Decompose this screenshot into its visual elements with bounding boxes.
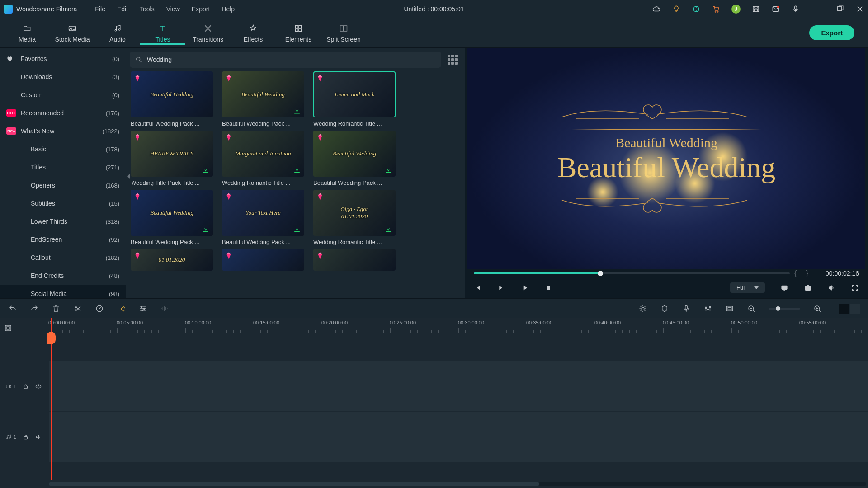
keyframe-button[interactable]	[725, 304, 734, 313]
title-thumbnail[interactable]	[313, 249, 396, 271]
title-card[interactable]: Beautiful WeddingBeautiful Wedding Pack …	[131, 71, 213, 127]
mute-icon[interactable]	[35, 434, 42, 440]
search-input[interactable]	[147, 56, 436, 63]
delete-button[interactable]	[52, 304, 61, 313]
tab-stock-media[interactable]: Stock Media	[50, 21, 95, 45]
stop-button[interactable]	[544, 284, 552, 292]
sidebar-item-what-s-new[interactable]: NewWhat's New(1822)	[0, 122, 126, 140]
preview-scrubber[interactable]: { } 00:00:02:16	[467, 269, 865, 277]
title-card[interactable]: 01.01.2020	[131, 249, 213, 271]
timeline-ruler[interactable]: 00:00:00:0000:05:00:0000:10:00:0000:15:0…	[49, 318, 868, 333]
sidebar-item-subtitles[interactable]: Subtitles(15)	[0, 194, 126, 212]
cart-icon[interactable]	[712, 5, 721, 14]
title-thumbnail[interactable]: Olga · Egor01.01.2020	[313, 190, 396, 236]
record-icon[interactable]	[791, 5, 800, 14]
redo-button[interactable]	[30, 304, 39, 313]
cloud-icon[interactable]	[652, 5, 661, 14]
title-thumbnail[interactable]: Margaret and Jonathan	[222, 131, 304, 177]
title-thumbnail[interactable]: 01.01.2020	[131, 249, 213, 271]
tab-effects[interactable]: Effects	[231, 21, 276, 45]
grid-view-toggle[interactable]	[448, 55, 458, 65]
title-card[interactable]: Margaret and JonathanWedding Romantic Ti…	[222, 131, 304, 186]
title-thumbnail[interactable]: Emma and Mark	[313, 71, 396, 117]
tab-split-screen[interactable]: Split Screen	[321, 21, 366, 45]
title-card[interactable]	[222, 249, 304, 271]
sidebar-item-openers[interactable]: Openers(168)	[0, 176, 126, 194]
title-thumbnail[interactable]: Beautiful Wedding	[313, 131, 396, 177]
title-card[interactable]: HENRY & TRACYWedding Title Pack Title ..…	[131, 131, 213, 186]
title-thumbnail[interactable]: Beautiful Wedding	[222, 71, 304, 117]
tab-titles[interactable]: Titles	[140, 21, 185, 45]
crop-button[interactable]	[117, 304, 126, 313]
zoom-in-button[interactable]	[813, 304, 822, 313]
title-card[interactable]	[313, 249, 396, 271]
title-thumbnail[interactable]	[222, 249, 304, 271]
title-card[interactable]: Beautiful WeddingBeautiful Wedding Pack …	[313, 131, 396, 186]
close-button[interactable]	[855, 5, 864, 14]
zoom-slider[interactable]	[769, 308, 800, 310]
timeline-playhead[interactable]	[51, 318, 52, 480]
user-avatar[interactable]: J	[731, 5, 741, 14]
sidebar-item-endscreen[interactable]: EndScreen(92)	[0, 230, 126, 249]
menu-edit[interactable]: Edit	[117, 5, 128, 13]
title-card[interactable]: Beautiful WeddingBeautiful Wedding Pack …	[131, 190, 213, 245]
undo-button[interactable]	[8, 304, 17, 313]
marker-button[interactable]	[660, 304, 669, 313]
title-thumbnail[interactable]: Beautiful Wedding	[131, 71, 213, 117]
title-thumbnail[interactable]: Your Text Here	[222, 190, 304, 236]
sidebar-item-lower-thirds[interactable]: Lower Thirds(318)	[0, 212, 126, 230]
split-button[interactable]	[73, 304, 82, 313]
timeline-view-mode[interactable]	[839, 304, 860, 314]
tab-audio[interactable]: Audio	[95, 21, 140, 45]
voiceover-button[interactable]	[682, 304, 691, 313]
visibility-icon[interactable]	[35, 383, 42, 389]
lock-icon[interactable]	[23, 434, 29, 440]
tab-elements[interactable]: Elements	[276, 21, 321, 45]
export-button[interactable]: Export	[809, 25, 854, 40]
sidebar-item-social-media[interactable]: Social Media(98)	[0, 285, 126, 298]
prev-frame-button[interactable]	[474, 284, 482, 292]
audio-wave-button[interactable]	[160, 304, 169, 313]
render-preview-button[interactable]	[638, 304, 647, 313]
sidebar-item-custom[interactable]: Custom(0)	[0, 86, 126, 104]
title-card[interactable]: Emma and MarkWedding Romantic Title ...	[313, 71, 396, 127]
tab-transitions[interactable]: Transitions	[185, 21, 231, 45]
speed-button[interactable]	[95, 304, 104, 313]
mark-in-brace[interactable]: {	[790, 269, 801, 277]
scrub-knob[interactable]	[598, 271, 603, 276]
preview-quality-select[interactable]: Full	[730, 282, 765, 293]
menu-tools[interactable]: Tools	[140, 5, 155, 13]
sidebar-item-downloads[interactable]: Downloads(3)	[0, 68, 126, 86]
mark-out-brace[interactable]: }	[802, 269, 813, 277]
track-manager-button[interactable]	[3, 323, 14, 333]
title-thumbnail[interactable]: HENRY & TRACY	[131, 131, 213, 177]
title-card[interactable]: Olga · Egor01.01.2020Wedding Romantic Ti…	[313, 190, 396, 245]
sidebar-item-end-credits[interactable]: End Credits(48)	[0, 267, 126, 285]
display-settings-icon[interactable]	[780, 284, 788, 292]
video-track-1[interactable]: 1	[0, 361, 868, 411]
fullscreen-icon[interactable]	[851, 284, 859, 292]
sidebar-item-titles[interactable]: Titles(271)	[0, 158, 126, 176]
sidebar-item-callout[interactable]: Callout(182)	[0, 249, 126, 267]
title-thumbnail[interactable]: Beautiful Wedding	[131, 190, 213, 236]
tips-icon[interactable]	[672, 5, 681, 14]
tab-media[interactable]: Media	[5, 21, 50, 45]
menu-export[interactable]: Export	[192, 5, 210, 13]
support-icon[interactable]	[692, 5, 701, 14]
adjust-button[interactable]	[138, 304, 147, 313]
minimize-button[interactable]	[816, 5, 825, 14]
snapshot-icon[interactable]	[804, 284, 812, 292]
search-box[interactable]	[130, 52, 441, 68]
mixer-button[interactable]	[703, 304, 712, 313]
title-card[interactable]: Beautiful WeddingBeautiful Wedding Pack …	[222, 71, 304, 127]
title-card[interactable]: Your Text HereBeautiful Wedding Pack ...	[222, 190, 304, 245]
audio-track-1[interactable]: 1	[0, 412, 868, 462]
zoom-out-button[interactable]	[747, 304, 756, 313]
next-frame-button[interactable]	[497, 284, 505, 292]
menu-view[interactable]: View	[166, 5, 180, 13]
play-button[interactable]	[521, 284, 529, 292]
lock-icon[interactable]	[23, 383, 29, 389]
timeline-horizontal-scrollbar[interactable]	[49, 482, 866, 486]
sidebar-item-favorites[interactable]: Favorites(0)	[0, 50, 126, 68]
menu-file[interactable]: File	[95, 5, 105, 13]
